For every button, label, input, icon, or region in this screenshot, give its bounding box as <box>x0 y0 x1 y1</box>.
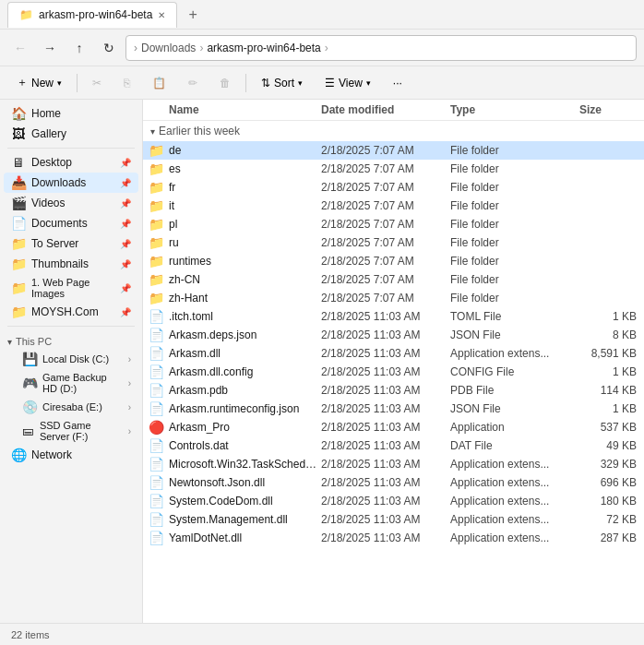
sidebar-downloads-label: Downloads <box>31 176 86 189</box>
table-row[interactable]: 📄 Controls.dat 2/18/2025 11:03 AM DAT Fi… <box>143 436 644 455</box>
sidebar-item-toserver[interactable]: 📁 To Server 📌 <box>4 233 138 254</box>
file-icon: 📄 <box>143 383 169 398</box>
table-row[interactable]: 📁 zh-Hant 2/18/2025 7:07 AM File folder <box>143 289 644 307</box>
tab-label: arkasm-pro-win64-beta <box>39 8 152 21</box>
table-row[interactable]: 🔴 Arkasm_Pro 2/18/2025 11:03 AM Applicat… <box>143 418 644 436</box>
sort-button[interactable]: ⇅ Sort ▾ <box>252 70 312 96</box>
new-button[interactable]: ＋ New ▾ <box>7 70 71 96</box>
file-type: Application extens... <box>450 458 579 471</box>
sidebar-gamed-label: Game Backup HD (D:) <box>42 372 123 394</box>
file-icon: 📄 <box>143 438 169 453</box>
address-part-1: Downloads <box>141 42 196 54</box>
refresh-button[interactable]: ↻ <box>96 35 122 61</box>
file-date: 2/18/2025 11:03 AM <box>321 513 450 526</box>
file-size: 329 KB <box>579 458 644 471</box>
section-label-text: Earlier this week <box>159 125 240 137</box>
file-type: PDB File <box>450 384 579 397</box>
table-row[interactable]: 📁 de 2/18/2025 7:07 AM File folder <box>143 141 644 160</box>
sidebar-item-gallery[interactable]: 🖼 Gallery <box>4 124 138 144</box>
address-bar[interactable]: › Downloads › arkasm-pro-win64-beta › <box>125 35 637 61</box>
table-row[interactable]: 📄 Arkasm.dll 2/18/2025 11:03 AM Applicat… <box>143 344 644 363</box>
status-bar: 22 items <box>0 623 644 645</box>
thispc-header[interactable]: ▾ This PC <box>0 330 142 349</box>
file-size: 1 KB <box>579 310 644 323</box>
tab-close-button[interactable]: ✕ <box>158 10 165 20</box>
forward-button[interactable]: → <box>37 35 63 61</box>
table-row[interactable]: 📁 es 2/18/2025 7:07 AM File folder <box>143 160 644 178</box>
file-icon: 📁 <box>143 198 169 213</box>
header-type: Type <box>450 103 579 116</box>
copy-button[interactable]: ⎘ <box>114 70 139 96</box>
table-row[interactable]: 📁 zh-CN 2/18/2025 7:07 AM File folder <box>143 270 644 289</box>
table-row[interactable]: 📁 pl 2/18/2025 7:07 AM File folder <box>143 215 644 233</box>
file-type: DAT File <box>450 439 579 452</box>
sidebar-item-localc[interactable]: 💾 Local Disk (C:) › <box>4 349 138 369</box>
table-row[interactable]: 📄 Arkasm.pdb 2/18/2025 11:03 AM PDB File… <box>143 381 644 400</box>
thispc-label: This PC <box>16 336 52 347</box>
file-icon: 📁 <box>143 291 169 305</box>
table-row[interactable]: 📄 YamlDotNet.dll 2/18/2025 11:03 AM Appl… <box>143 529 644 547</box>
sidebar-item-desktop[interactable]: 🖥 Desktop 📌 <box>4 152 138 173</box>
more-button[interactable]: ··· <box>384 70 411 96</box>
file-icon: 📄 <box>143 457 169 472</box>
sidebar-item-network[interactable]: 🌐 Network <box>4 445 138 465</box>
rename-button[interactable]: ✏ <box>179 70 207 96</box>
cut-button[interactable]: ✂ <box>83 70 111 96</box>
address-sep-1: › <box>199 42 203 54</box>
sidebar-item-gamed[interactable]: 🎮 Game Backup HD (D:) › <box>4 369 138 397</box>
file-icon: 📄 <box>143 494 169 508</box>
back-button[interactable]: ← <box>7 35 33 61</box>
more-label: ··· <box>393 77 402 90</box>
add-tab-button[interactable]: + <box>181 5 204 25</box>
paste-button[interactable]: 📋 <box>143 70 175 96</box>
view-label: View <box>339 77 363 90</box>
network-icon: 🌐 <box>11 448 26 462</box>
browser-tab[interactable]: 📁 arkasm-pro-win64-beta ✕ <box>7 2 177 28</box>
sidebar: 🏠 Home 🖼 Gallery 🖥 Desktop 📌 📥 Downloads… <box>0 100 143 623</box>
file-icon: 📄 <box>143 512 169 527</box>
table-row[interactable]: 📁 ru 2/18/2025 7:07 AM File folder <box>143 233 644 252</box>
sidebar-item-downloads[interactable]: 📥 Downloads 📌 <box>4 173 138 193</box>
table-row[interactable]: 📄 Arkasm.runtimeconfig.json 2/18/2025 11… <box>143 400 644 418</box>
table-row[interactable]: 📁 runtimes 2/18/2025 7:07 AM File folder <box>143 252 644 270</box>
pin-arrow-icon-6: 📌 <box>120 259 131 269</box>
view-button[interactable]: ☰ View ▾ <box>316 70 380 96</box>
up-button[interactable]: ↑ <box>66 35 92 61</box>
table-row[interactable]: 📄 Arkasm.dll.config 2/18/2025 11:03 AM C… <box>143 363 644 381</box>
file-date: 2/18/2025 7:07 AM <box>321 255 450 268</box>
table-row[interactable]: 📁 it 2/18/2025 7:07 AM File folder <box>143 197 644 215</box>
table-row[interactable]: 📄 System.CodeDom.dll 2/18/2025 11:03 AM … <box>143 492 644 510</box>
file-name: zh-Hant <box>169 292 321 305</box>
sidebar-item-videos[interactable]: 🎬 Videos 📌 <box>4 193 138 213</box>
file-date: 2/18/2025 11:03 AM <box>321 439 450 452</box>
table-row[interactable]: 📄 .itch.toml 2/18/2025 11:03 AM TOML Fil… <box>143 307 644 326</box>
sidebar-item-thumbnails[interactable]: 📁 Thumbnails 📌 <box>4 254 138 274</box>
sidebar-item-moysh[interactable]: 📁 MOYSH.Com 📌 <box>4 302 138 322</box>
sidebar-item-home[interactable]: 🏠 Home <box>4 103 138 124</box>
sidebar-item-ciresabae[interactable]: 💿 Ciresaba (E:) › <box>4 397 138 417</box>
sidebar-item-ssdf[interactable]: 🖴 SSD Game Server (F:) › <box>4 417 138 445</box>
header-date: Date modified <box>321 103 450 116</box>
file-name: Microsoft.Win32.TaskScheduler.dll <box>169 458 321 471</box>
file-type: JSON File <box>450 402 579 415</box>
table-row[interactable]: 📄 Arkasm.deps.json 2/18/2025 11:03 AM JS… <box>143 326 644 344</box>
sidebar-item-webpages[interactable]: 📁 1. Web Page Images 📌 <box>4 274 138 302</box>
new-icon: ＋ <box>17 75 28 90</box>
delete-button[interactable]: 🗑 <box>210 70 240 96</box>
file-type: File folder <box>450 236 579 249</box>
expand-arrow-d: › <box>128 378 131 388</box>
table-row[interactable]: 📄 Microsoft.Win32.TaskScheduler.dll 2/18… <box>143 455 644 473</box>
toolbar-sep-1 <box>77 74 78 92</box>
table-row[interactable]: 📄 Newtonsoft.Json.dll 2/18/2025 11:03 AM… <box>143 473 644 492</box>
file-size: 1 KB <box>579 402 644 415</box>
file-name: it <box>169 199 321 212</box>
file-size: 49 KB <box>579 439 644 452</box>
thispc-expand-icon: ▾ <box>7 337 12 347</box>
table-row[interactable]: 📁 fr 2/18/2025 7:07 AM File folder <box>143 178 644 197</box>
sidebar-item-documents[interactable]: 📄 Documents 📌 <box>4 213 138 233</box>
pin-arrow-icon-8: 📌 <box>120 307 131 317</box>
sidebar-webpages-label: 1. Web Page Images <box>31 277 114 299</box>
file-rows-container: 📁 de 2/18/2025 7:07 AM File folder 📁 es … <box>143 141 644 547</box>
gamed-icon: 🎮 <box>22 376 37 390</box>
table-row[interactable]: 📄 System.Management.dll 2/18/2025 11:03 … <box>143 510 644 529</box>
